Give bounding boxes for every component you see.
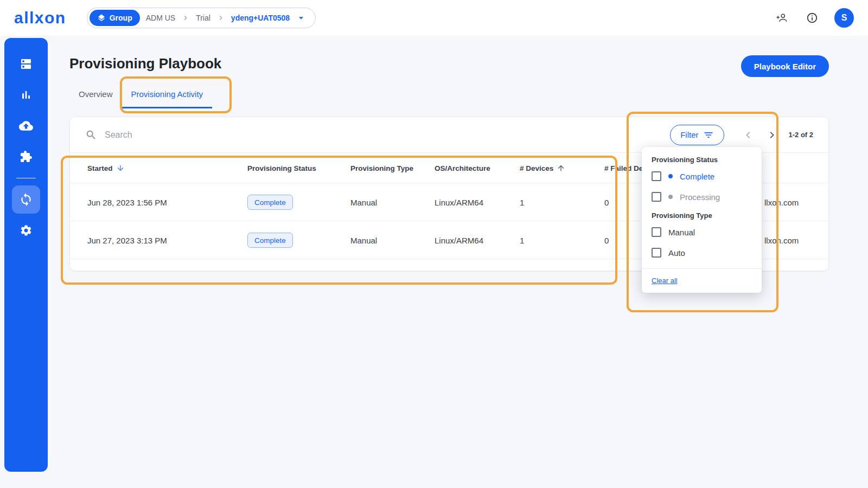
pagination: 1-2 of 2	[741, 127, 813, 143]
row-os: Linux/ARM64	[435, 221, 483, 259]
column-header-provisioning-type[interactable]: Provisioning Type	[350, 153, 413, 183]
status-badge: Complete	[247, 233, 293, 248]
app-root: allxon Group ADM US Trial ydeng+UAT0508	[0, 0, 868, 488]
column-label: Provisioning Type	[350, 164, 413, 172]
checkbox-auto[interactable]	[652, 248, 661, 258]
sidebar-item-settings[interactable]	[13, 217, 39, 243]
row-failed-devices: 0	[604, 183, 609, 221]
checkbox-processing[interactable]	[652, 192, 661, 202]
next-page-button[interactable]	[764, 127, 780, 143]
filter-section-type-title: Provisioning Type	[642, 211, 762, 220]
previous-page-button[interactable]	[741, 127, 756, 143]
column-header-os-architecture[interactable]: OS/Architecture	[435, 153, 490, 183]
group-selector-button[interactable]: Group	[90, 10, 140, 26]
person-add-icon	[776, 12, 788, 24]
sidebar-item-plugins[interactable]	[13, 144, 39, 170]
column-header-started[interactable]: Started	[87, 153, 125, 183]
column-label: Provisioning Status	[247, 164, 316, 172]
row-operator: llxon.com	[764, 221, 799, 259]
column-header-provisioning-status[interactable]: Provisioning Status	[247, 153, 316, 183]
row-type: Manual	[350, 183, 377, 221]
column-label: # Devices	[520, 164, 553, 172]
sidebar-item-devices[interactable]	[13, 51, 39, 77]
row-started: Jun 28, 2023 1:56 PM	[87, 183, 167, 221]
filter-footer: Clear all	[642, 268, 762, 293]
status-dot-complete	[668, 174, 673, 178]
status-badge: Complete	[247, 195, 293, 210]
group-selector-label: Group	[110, 14, 132, 22]
sidebar	[4, 38, 48, 472]
tab-provisioning-activity[interactable]: Provisioning Activity	[122, 81, 213, 108]
status-dot-processing	[668, 195, 673, 199]
topbar-actions: S	[774, 8, 854, 28]
row-os: Linux/ARM64	[435, 183, 483, 221]
pagination-range: 1-2 of 2	[788, 131, 813, 139]
chevron-right-icon	[765, 129, 778, 142]
filter-option-auto[interactable]: Auto	[642, 242, 762, 263]
topbar: allxon Group ADM US Trial ydeng+UAT0508	[0, 0, 868, 36]
column-header-devices[interactable]: # Devices	[520, 153, 565, 183]
allxon-logo: allxon	[14, 9, 66, 27]
layers-icon	[97, 14, 106, 22]
filter-icon	[703, 130, 714, 140]
search-input[interactable]	[105, 130, 659, 140]
caret-down-icon[interactable]	[296, 12, 307, 23]
filter-option-manual[interactable]: Manual	[642, 222, 762, 242]
filter-option-processing[interactable]: Processing	[642, 187, 762, 207]
filter-panel: Provisioning Status Complete Processing …	[642, 147, 762, 293]
row-operator: llxon.com	[764, 183, 799, 221]
chevron-left-icon	[742, 129, 755, 142]
filter-option-complete[interactable]: Complete	[642, 166, 762, 187]
extensions-icon	[20, 150, 33, 163]
sort-asc-icon	[557, 164, 565, 172]
checkbox-manual[interactable]	[652, 227, 661, 237]
sort-desc-icon	[116, 164, 125, 172]
breadcrumb-current[interactable]: ydeng+UAT0508	[231, 14, 290, 22]
filter-button[interactable]: Filter	[670, 125, 724, 145]
info-icon	[806, 12, 818, 24]
row-status: Complete	[247, 183, 293, 221]
filter-option-label: Complete	[680, 172, 714, 181]
filter-option-label: Auto	[668, 248, 685, 258]
chevron-right-icon	[181, 14, 190, 22]
row-status: Complete	[247, 221, 293, 259]
playbook-editor-button[interactable]: Playbook Editor	[741, 55, 829, 77]
filter-section-status-title: Provisioning Status	[642, 156, 762, 164]
search-icon	[85, 129, 97, 141]
breadcrumb-project[interactable]: Trial	[196, 14, 210, 22]
filter-option-label: Manual	[668, 228, 695, 237]
analytics-icon	[20, 88, 33, 101]
column-label: OS/Architecture	[435, 164, 490, 172]
settings-icon	[20, 224, 33, 237]
column-label: Started	[87, 164, 113, 172]
row-devices: 1	[520, 221, 524, 259]
breadcrumb-org[interactable]: ADM US	[146, 14, 175, 22]
cloud-upload-icon	[19, 119, 33, 133]
page-title: Provisioning Playbook	[69, 55, 221, 72]
sidebar-item-ota-deploy[interactable]	[13, 113, 39, 139]
sidebar-item-provisioning[interactable]	[12, 185, 40, 214]
row-devices: 1	[520, 183, 524, 221]
tab-overview[interactable]: Overview	[69, 81, 122, 108]
row-failed-devices: 0	[604, 221, 609, 259]
tab-bar: Overview Provisioning Activity	[69, 81, 212, 108]
devices-icon	[20, 57, 33, 70]
filter-option-label: Processing	[680, 192, 720, 202]
filter-button-label: Filter	[680, 130, 698, 139]
clear-all-link[interactable]: Clear all	[652, 277, 678, 285]
provisioning-icon	[19, 192, 33, 207]
user-avatar[interactable]: S	[834, 8, 854, 28]
add-user-button[interactable]	[774, 10, 790, 26]
sidebar-divider	[16, 178, 36, 178]
sidebar-item-analytics[interactable]	[13, 82, 39, 108]
row-started: Jun 27, 2023 3:13 PM	[87, 221, 167, 259]
row-type: Manual	[350, 221, 377, 259]
info-button[interactable]	[804, 10, 820, 26]
checkbox-complete[interactable]	[652, 171, 661, 181]
chevron-right-icon	[216, 14, 225, 22]
breadcrumb: Group ADM US Trial ydeng+UAT0508	[87, 8, 316, 28]
